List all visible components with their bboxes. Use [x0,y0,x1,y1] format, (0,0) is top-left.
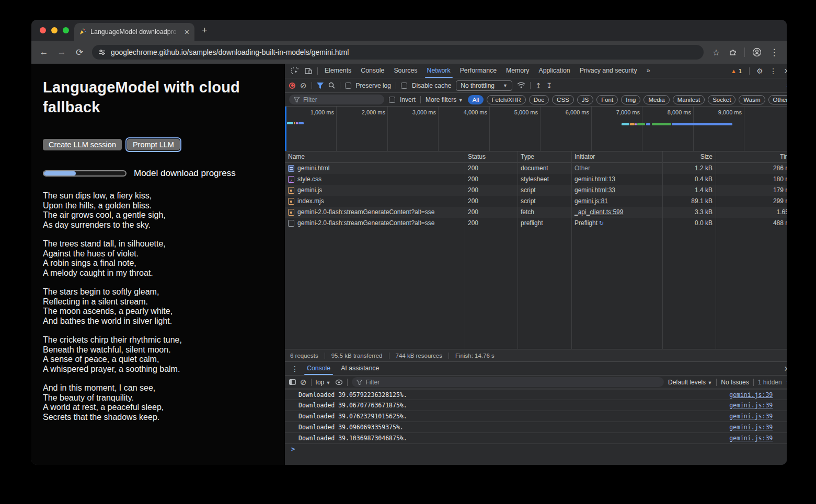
overview-left-handle[interactable] [285,107,286,151]
devtools-menu-icon[interactable]: ⋮ [766,67,780,75]
clear-network-log-icon[interactable]: ⊘ [300,81,307,89]
tab-memory[interactable]: Memory [501,64,534,78]
table-row[interactable]: gemini-2.0-flash:streamGenerateContent?a… [285,207,787,218]
col-name[interactable]: Name [285,151,465,162]
console-sidebar-icon[interactable] [289,379,296,385]
browser-tab[interactable]: LanguageModel downloadpro ✕ [74,23,194,41]
live-expression-eye-icon[interactable] [335,379,343,385]
reload-icon[interactable]: ⟳ [74,47,85,58]
extensions-icon[interactable] [729,48,737,56]
pill-other[interactable]: Other [768,95,787,104]
col-type[interactable]: Type [518,151,571,162]
pill-fetch-xhr[interactable]: Fetch/XHR [487,95,525,104]
forward-icon[interactable]: → [56,47,67,57]
url-bar[interactable]: googlechrome.github.io/samples/downloadi… [92,45,704,60]
site-settings-icon[interactable] [98,49,106,56]
invert-checkbox[interactable] [389,97,395,103]
devtools-settings-icon[interactable]: ⚙ [753,67,766,75]
network-settings-icon[interactable]: ⚙ [786,82,787,89]
create-llm-session-button[interactable]: Create LLM session [43,139,122,150]
back-icon[interactable]: ← [39,47,49,57]
browser-menu-icon[interactable]: ⋮ [769,47,779,58]
console-log-row[interactable]: Downloaded 39.06707763671875%. gemini.js… [285,400,787,411]
console-prompt[interactable]: > [285,444,787,454]
request-initiator-link[interactable]: gemini.html:33 [574,186,615,194]
drawer-menu-icon[interactable]: ⋮ [288,365,302,372]
console-log-row[interactable]: Downloaded 39.0960693359375%. gemini.js:… [285,422,787,433]
filter-funnel-icon[interactable] [317,83,324,89]
log-levels-select[interactable]: Default levels ▼ [668,379,712,386]
clear-console-icon[interactable]: ⊘ [300,378,307,386]
console-settings-icon[interactable]: ⚙ [786,379,787,386]
record-network-log-icon[interactable] [289,83,295,89]
search-icon[interactable] [328,82,335,89]
pill-all[interactable]: All [468,95,484,104]
bookmark-star-icon[interactable]: ☆ [711,48,721,57]
console-log-row[interactable]: Downloaded 39.05792236328125%. gemini.js… [285,389,787,400]
inspect-element-icon[interactable] [288,67,302,75]
network-timeline-overview[interactable]: 1,000 ms 2,000 ms 3,000 ms 4,000 ms 5,00… [285,107,787,151]
console-log-row[interactable]: Downloaded 39.10369873046875%. gemini.js… [285,433,787,444]
request-initiator-link[interactable]: _api_client.ts:599 [574,208,623,216]
pill-manifest[interactable]: Manifest [673,95,705,104]
devtools-close-icon[interactable]: ✕ [780,67,787,75]
pill-font[interactable]: Font [596,95,618,104]
maximize-window-button[interactable] [63,27,69,33]
tab-performance[interactable]: Performance [455,64,501,78]
disable-cache-checkbox[interactable] [401,83,407,89]
drawer-tab-console[interactable]: Console [302,362,336,375]
table-row[interactable]: style.css 200 stylesheet gemini.html:13 … [285,174,787,185]
col-initiator[interactable]: Initiator [571,151,662,162]
more-filters-button[interactable]: More filters ▼ [426,96,463,103]
tab-application[interactable]: Application [534,64,574,78]
import-har-icon[interactable]: ↥ [535,82,542,89]
request-initiator-link[interactable]: gemini.html:13 [574,175,615,183]
hidden-messages-count[interactable]: 1 hidden [758,379,782,386]
log-source-link[interactable]: gemini.js:39 [729,433,773,443]
tab-elements[interactable]: Elements [320,64,356,78]
network-conditions-icon[interactable] [517,82,525,89]
pill-img[interactable]: Img [621,95,640,104]
warnings-badge[interactable]: ▲ 1 [731,68,742,74]
preserve-log-checkbox[interactable] [345,83,351,89]
table-row[interactable]: gemini.js 200 script gemini.html:33 1.4 … [285,185,787,196]
minimize-window-button[interactable] [51,27,58,33]
console-filter-input[interactable]: Filter [352,377,664,387]
log-source-link[interactable]: gemini.js:39 [729,411,773,421]
table-row[interactable]: gemini.html 200 document Other 1.2 kB 28… [285,163,787,174]
drawer-close-icon[interactable]: ✕ [780,365,787,372]
table-row[interactable]: gemini-2.0-flash:streamGenerateContent?a… [285,218,787,229]
context-selector[interactable]: top ▼ [316,379,331,386]
col-status[interactable]: Status [465,151,518,162]
profile-avatar[interactable] [752,48,762,57]
pill-media[interactable]: Media [643,95,669,104]
log-source-link[interactable]: gemini.js:39 [729,400,773,411]
console-log-row[interactable]: Downloaded 39.07623291015625%. gemini.js… [285,411,787,422]
tab-console[interactable]: Console [356,64,389,78]
close-window-button[interactable] [40,27,46,33]
prompt-llm-button[interactable]: Prompt LLM [127,139,180,150]
pill-js[interactable]: JS [577,95,593,104]
tab-privacy-security[interactable]: Privacy and security [575,64,642,78]
network-filter-input[interactable]: Filter [289,95,384,104]
more-tabs-icon[interactable]: » [642,64,655,78]
issues-indicator[interactable]: No Issues [721,379,749,386]
tab-network[interactable]: Network [422,64,455,78]
drawer-tab-ai-assistance[interactable]: AI assistance [336,362,384,375]
col-size[interactable]: Size [662,151,716,162]
export-har-icon[interactable]: ↧ [546,82,553,89]
tab-sources[interactable]: Sources [389,64,422,78]
pill-socket[interactable]: Socket [708,95,735,104]
pill-wasm[interactable]: Wasm [739,95,765,104]
request-initiator-link[interactable]: gemini.js:81 [574,197,608,205]
table-row[interactable]: index.mjs 200 script gemini.js:81 89.1 k… [285,196,787,207]
pill-css[interactable]: CSS [552,95,574,104]
pill-doc[interactable]: Doc [529,95,549,104]
log-source-link[interactable]: gemini.js:39 [729,390,773,400]
col-time[interactable]: Time [716,151,787,162]
throttling-select[interactable]: No throttling ▼ [456,80,512,91]
new-tab-button[interactable]: + [202,26,208,35]
device-toolbar-icon[interactable] [302,67,315,75]
preflight-link-icon[interactable]: ↻ [599,220,604,226]
log-source-link[interactable]: gemini.js:39 [729,422,773,432]
